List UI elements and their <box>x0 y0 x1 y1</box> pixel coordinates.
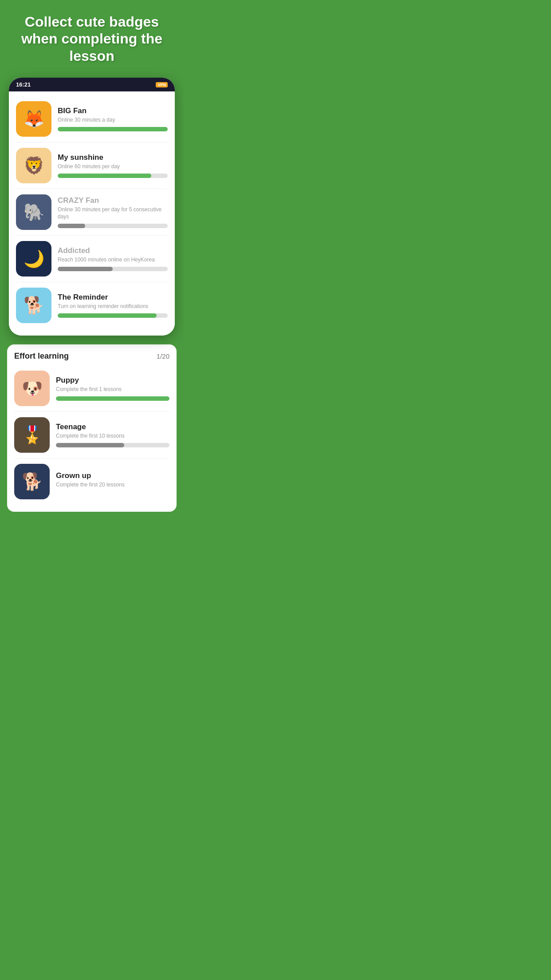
my-sunshine-desc: Online 60 minutes per day <box>58 163 168 170</box>
phone-frame: 16:21 VPN 🦊 BIG Fan Online 30 minutes a … <box>9 78 175 336</box>
addicted-progress-fill <box>58 267 113 271</box>
my-sunshine-progress-fill <box>58 174 151 178</box>
teenage-badge-image: 🎖️ <box>14 417 50 453</box>
crazy-fan-progress-fill <box>58 224 85 228</box>
grownup-desc: Complete the first 20 lessons <box>56 482 169 489</box>
crazy-fan-badge-image: 🐘 <box>16 194 51 230</box>
header-line2: when completing the lesson <box>21 31 162 63</box>
header-line1: Collect cute badges <box>25 14 159 30</box>
addicted-desc: Reach 1000 minutes online on HeyKorea <box>58 257 168 264</box>
grownup-name: Grown up <box>56 471 169 480</box>
puppy-progress-container <box>56 396 169 401</box>
vpn-badge: VPN <box>156 82 168 87</box>
status-time: 16:21 <box>16 81 31 88</box>
my-sunshine-badge-image: 🦁 <box>16 148 51 183</box>
big-fan-info: BIG Fan Online 30 minutes a day <box>58 107 168 132</box>
effort-header: Effort learning 1/20 <box>14 352 169 361</box>
effort-section: Effort learning 1/20 🐶 Puppy Complete th… <box>7 344 177 512</box>
my-sunshine-progress-container <box>58 174 168 178</box>
reminder-progress-container <box>58 313 168 318</box>
badge-item-puppy[interactable]: 🐶 Puppy Complete the first 1 lessons <box>14 365 169 412</box>
page-wrapper: Collect cute badges when completing the … <box>0 0 184 525</box>
teenage-desc: Complete the first 10 lessons <box>56 433 169 440</box>
crazy-fan-progress-container <box>58 224 168 228</box>
header-section: Collect cute badges when completing the … <box>0 0 184 73</box>
status-icons: VPN <box>156 82 168 87</box>
addicted-info: Addicted Reach 1000 minutes online on He… <box>58 246 168 272</box>
badge-item-my-sunshine[interactable]: 🦁 My sunshine Online 60 minutes per day <box>16 142 168 189</box>
crazy-fan-info: CRAZY Fan Online 30 minutes per day for … <box>58 196 168 228</box>
header-title: Collect cute badges when completing the … <box>9 13 175 64</box>
badge-item-grown-up[interactable]: 🐕 Grown up Complete the first 20 lessons <box>14 458 169 505</box>
badge-item-big-fan[interactable]: 🦊 BIG Fan Online 30 minutes a day <box>16 96 168 142</box>
teenage-info: Teenage Complete the first 10 lessons <box>56 423 169 448</box>
teenage-progress-fill <box>56 443 124 447</box>
badge-list-online: 🦊 BIG Fan Online 30 minutes a day 🦁 My s… <box>9 91 175 336</box>
crazy-fan-name: CRAZY Fan <box>58 196 168 205</box>
big-fan-desc: Online 30 minutes a day <box>58 117 168 124</box>
badge-item-addicted[interactable]: 🌙 Addicted Reach 1000 minutes online on … <box>16 236 168 282</box>
reminder-info: The Reminder Turn on learning reminder n… <box>58 293 168 318</box>
big-fan-progress-container <box>58 127 168 131</box>
big-fan-progress-fill <box>58 127 168 131</box>
grownup-info: Grown up Complete the first 20 lessons <box>56 471 169 492</box>
addicted-progress-container <box>58 267 168 271</box>
my-sunshine-info: My sunshine Online 60 minutes per day <box>58 153 168 178</box>
addicted-badge-image: 🌙 <box>16 241 51 277</box>
reminder-badge-image: 🐕 <box>16 288 51 323</box>
teenage-name: Teenage <box>56 423 169 431</box>
effort-count: 1/20 <box>157 352 169 360</box>
badge-item-teenage[interactable]: 🎖️ Teenage Complete the first 10 lessons <box>14 412 169 458</box>
reminder-progress-fill <box>58 313 157 318</box>
teenage-progress-container <box>56 443 169 447</box>
badge-item-crazy-fan[interactable]: 🐘 CRAZY Fan Online 30 minutes per day fo… <box>16 189 168 236</box>
addicted-name: Addicted <box>58 246 168 255</box>
badge-item-the-reminder[interactable]: 🐕 The Reminder Turn on learning reminder… <box>16 282 168 328</box>
effort-title: Effort learning <box>14 352 69 361</box>
my-sunshine-name: My sunshine <box>58 153 168 162</box>
grownup-badge-image: 🐕 <box>14 464 50 499</box>
crazy-fan-desc: Online 30 minutes per day for 5 consecut… <box>58 206 168 220</box>
status-bar: 16:21 VPN <box>9 78 175 91</box>
puppy-name: Puppy <box>56 376 169 385</box>
puppy-progress-fill <box>56 396 169 401</box>
reminder-desc: Turn on learning reminder notifications <box>58 303 168 310</box>
puppy-info: Puppy Complete the first 1 lessons <box>56 376 169 401</box>
big-fan-name: BIG Fan <box>58 107 168 115</box>
puppy-desc: Complete the first 1 lessons <box>56 386 169 393</box>
reminder-name: The Reminder <box>58 293 168 302</box>
puppy-badge-image: 🐶 <box>14 371 50 406</box>
big-fan-badge-image: 🦊 <box>16 101 51 137</box>
